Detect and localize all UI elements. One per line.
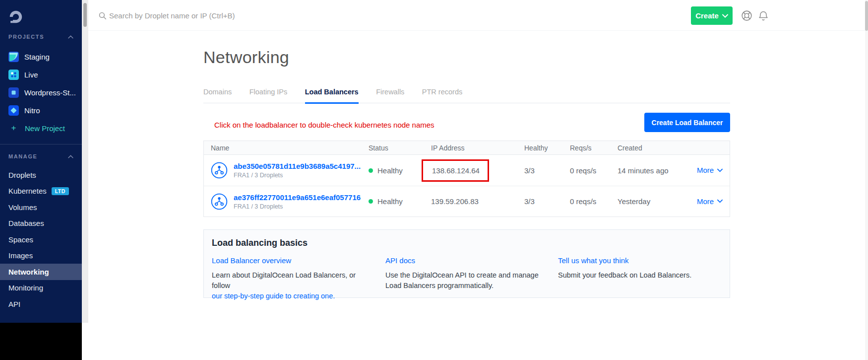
create-load-balancer-button[interactable]: Create Load Balancer bbox=[644, 113, 730, 132]
api-docs-link[interactable]: API docs bbox=[385, 256, 415, 265]
ltd-badge: LTD bbox=[52, 187, 69, 195]
sidebar-item-networking[interactable]: Networking bbox=[0, 264, 82, 280]
topbar: Create bbox=[88, 0, 865, 31]
tab-domains[interactable]: Domains bbox=[203, 88, 232, 102]
projects-header-label: PROJECTS bbox=[8, 34, 44, 40]
digitalocean-logo-icon[interactable] bbox=[8, 9, 24, 25]
sidebar-divider bbox=[0, 144, 82, 144]
basics-text: Learn about DigitalOcean Load Balancers,… bbox=[212, 271, 356, 289]
sidebar-item-live[interactable]: Live bbox=[0, 66, 82, 83]
app-window: PROJECTS Staging Live Wordpress-St... Ni… bbox=[0, 0, 868, 360]
load-balancing-basics-card: Load balancing basics Load Balancer over… bbox=[203, 229, 730, 298]
sidebar-item-databases[interactable]: Databases bbox=[0, 216, 82, 232]
tab-bar: Domains Floating IPs Load Balancers Fire… bbox=[203, 87, 730, 103]
load-balancer-name-link[interactable]: ae376ff22770011e9a651e6eaf057716 bbox=[234, 193, 361, 202]
tell-us-link[interactable]: Tell us what you think bbox=[558, 256, 629, 265]
new-project-label: New Project bbox=[25, 124, 65, 133]
load-balancer-table: Name Status IP Address Healthy Reqs/s Cr… bbox=[203, 141, 730, 217]
sidebar-item-staging[interactable]: Staging bbox=[0, 48, 82, 66]
sidebar-item-label: Images bbox=[8, 251, 33, 260]
page-scrollbar[interactable] bbox=[865, 0, 868, 360]
chevron-up-icon bbox=[68, 35, 73, 39]
sidebar-item-label: Kubernetes bbox=[8, 187, 47, 195]
project-icon-nitro bbox=[8, 105, 19, 116]
sidebar-item-images[interactable]: Images bbox=[0, 248, 82, 264]
tab-load-balancers[interactable]: Load Balancers bbox=[305, 88, 359, 104]
load-balancer-overview-link[interactable]: Load Balancer overview bbox=[212, 256, 291, 265]
column-header-status: Status bbox=[369, 144, 431, 152]
sidebar-item-api[interactable]: API bbox=[0, 296, 82, 312]
load-balancer-icon bbox=[211, 162, 228, 179]
sidebar-item-label: Monitoring bbox=[8, 284, 43, 292]
project-icon-wordpress bbox=[8, 87, 19, 98]
more-menu-button[interactable]: More bbox=[697, 197, 723, 206]
healthy-count: 3/3 bbox=[524, 197, 570, 206]
load-balancer-subtitle: FRA1 / 3 Droplets bbox=[234, 172, 361, 179]
load-balancer-name-link[interactable]: abe350e05781d11e9b3689a5c4197... bbox=[234, 162, 361, 170]
page-scrollbar-thumb[interactable] bbox=[865, 1, 868, 31]
healthy-count: 3/3 bbox=[524, 166, 570, 175]
create-button[interactable]: Create bbox=[691, 6, 733, 25]
sidebar-item-volumes[interactable]: Volumes bbox=[0, 199, 82, 216]
sidebar-item-wordpress[interactable]: Wordpress-St... bbox=[0, 83, 82, 101]
notifications-bell-icon[interactable] bbox=[757, 9, 769, 22]
sidebar-item-droplets[interactable]: Droplets bbox=[0, 167, 82, 183]
tab-floating-ips[interactable]: Floating IPs bbox=[249, 88, 288, 102]
sidebar-item-monitoring[interactable]: Monitoring bbox=[0, 280, 82, 296]
chevron-up-icon bbox=[68, 155, 73, 158]
ip-address-red-highlight: 138.68.124.64 bbox=[422, 159, 489, 182]
basics-text: Use the DigitalOcean API to create and m… bbox=[385, 271, 539, 289]
tab-firewalls[interactable]: Firewalls bbox=[376, 88, 404, 102]
manage-section-header[interactable]: MANAGE bbox=[8, 153, 73, 159]
column-header-healthy: Healthy bbox=[524, 144, 570, 152]
chevron-down-icon bbox=[717, 199, 723, 203]
table-header-row: Name Status IP Address Healthy Reqs/s Cr… bbox=[204, 141, 730, 155]
sidebar-scrollbar[interactable] bbox=[82, 0, 88, 323]
column-header-name: Name bbox=[211, 144, 369, 152]
sidebar-item-spaces[interactable]: Spaces bbox=[0, 231, 82, 248]
sidebar-item-label: Databases bbox=[8, 219, 44, 227]
chevron-down-icon bbox=[722, 14, 728, 18]
new-project-button[interactable]: + New Project bbox=[0, 119, 82, 137]
projects-section-header[interactable]: PROJECTS bbox=[8, 34, 73, 40]
more-label: More bbox=[697, 197, 714, 206]
manage-list: Droplets Kubernetes LTD Volumes Database… bbox=[0, 167, 82, 312]
sidebar-item-label: Wordpress-St... bbox=[24, 88, 76, 97]
load-balancer-icon bbox=[211, 193, 228, 210]
sidebar-item-label: Nitro bbox=[24, 106, 40, 115]
status-dot-healthy bbox=[369, 199, 373, 204]
basics-title: Load balancing basics bbox=[212, 238, 308, 248]
basics-column-overview: Load Balancer overview Learn about Digit… bbox=[212, 256, 375, 301]
sidebar-item-kubernetes[interactable]: Kubernetes LTD bbox=[0, 183, 82, 200]
tab-ptr-records[interactable]: PTR records bbox=[422, 88, 462, 102]
more-menu-button[interactable]: More bbox=[697, 166, 723, 174]
status-dot-healthy bbox=[369, 168, 373, 173]
project-icon-live bbox=[8, 70, 19, 80]
created-time: Yesterday bbox=[618, 197, 697, 206]
table-row[interactable]: ae376ff22770011e9a651e6eaf057716 FRA1 / … bbox=[204, 186, 730, 216]
column-header-created: Created bbox=[618, 144, 697, 152]
sidebar-item-label: Staging bbox=[24, 53, 50, 61]
sidebar-item-nitro[interactable]: Nitro bbox=[0, 101, 82, 119]
sidebar-scrollbar-thumb[interactable] bbox=[83, 3, 87, 27]
ip-address: 139.59.206.83 bbox=[431, 197, 524, 206]
table-row[interactable]: abe350e05781d11e9b3689a5c4197... FRA1 / … bbox=[204, 155, 730, 186]
projects-list: Staging Live Wordpress-St... Nitro + New… bbox=[0, 48, 82, 137]
help-lifebuoy-icon[interactable] bbox=[741, 9, 753, 22]
project-icon-staging bbox=[8, 52, 19, 62]
step-by-step-guide-link[interactable]: our step-by-step guide to creating one. bbox=[212, 292, 335, 300]
sidebar-item-label: Volumes bbox=[8, 203, 37, 212]
sidebar-item-label: Spaces bbox=[8, 235, 33, 244]
column-header-reqs: Reqs/s bbox=[570, 144, 618, 152]
create-button-label: Create bbox=[695, 11, 719, 20]
status-label: Healthy bbox=[377, 197, 403, 206]
basics-column-api: API docs Use the DigitalOcean API to cre… bbox=[385, 256, 549, 291]
search-icon bbox=[98, 11, 107, 20]
annotation-note: Click on the loadbalancer to double-chec… bbox=[214, 121, 434, 129]
page-title: Networking bbox=[203, 48, 289, 67]
sidebar-item-label: Droplets bbox=[8, 171, 36, 179]
sidebar-item-label: Networking bbox=[8, 268, 49, 276]
more-label: More bbox=[697, 166, 714, 174]
search-input[interactable] bbox=[109, 7, 387, 24]
basics-column-feedback: Tell us what you think Submit your feedb… bbox=[558, 256, 722, 281]
